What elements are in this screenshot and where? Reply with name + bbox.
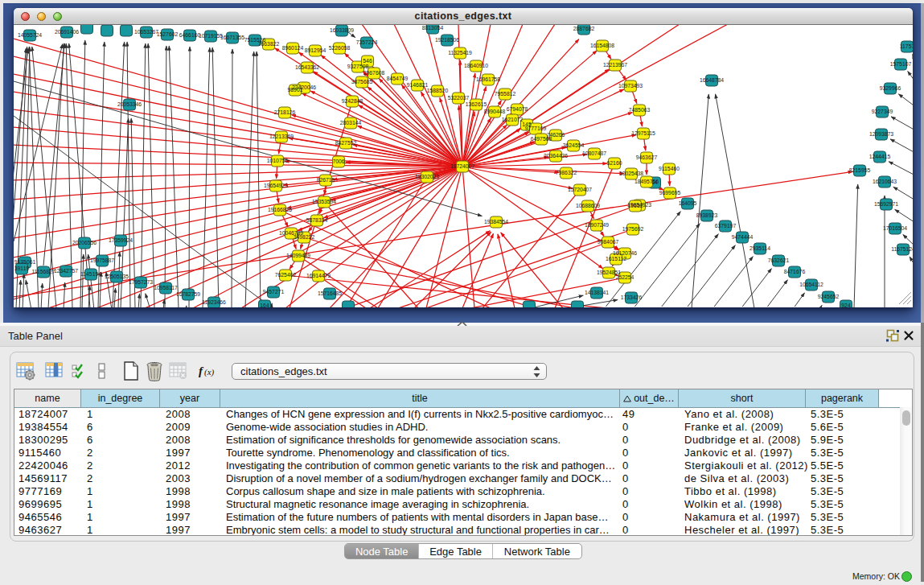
svg-text:10653267: 10653267 xyxy=(134,29,158,35)
svg-text:14138141: 14138141 xyxy=(585,290,609,295)
svg-text:62160: 62160 xyxy=(607,160,622,166)
svg-text:98901: 98901 xyxy=(288,87,303,93)
svg-text:8215955: 8215955 xyxy=(849,167,871,173)
svg-text:9329966: 9329966 xyxy=(880,85,901,91)
svg-text:9777169: 9777169 xyxy=(525,126,547,131)
svg-text:19654923: 19654923 xyxy=(264,183,288,188)
svg-text:9245652: 9245652 xyxy=(818,294,840,299)
svg-text:11757: 11757 xyxy=(900,43,913,49)
svg-text:16210643: 16210643 xyxy=(873,179,897,184)
svg-text:16154808: 16154808 xyxy=(590,43,614,48)
svg-text:15716485: 15716485 xyxy=(318,290,342,296)
svg-text:18724007: 18724007 xyxy=(450,163,474,169)
svg-text:11325419: 11325419 xyxy=(448,50,472,56)
svg-text:7357224: 7357224 xyxy=(356,39,378,45)
svg-text:9699695: 9699695 xyxy=(659,190,681,196)
svg-text:16648784: 16648784 xyxy=(700,77,724,83)
svg-text:8912954: 8912954 xyxy=(305,47,326,53)
svg-text:924: 924 xyxy=(841,303,851,307)
svg-text:18302023: 18302023 xyxy=(415,174,439,179)
svg-text:19218506: 19218506 xyxy=(435,37,459,43)
svg-text:12213967: 12213967 xyxy=(603,62,627,68)
svg-text:1615112: 1615112 xyxy=(606,256,626,262)
svg-text:12505135: 12505135 xyxy=(105,274,129,279)
svg-text:12213369: 12213369 xyxy=(269,134,294,139)
svg-text:17359924: 17359924 xyxy=(109,237,133,243)
svg-text:1575107: 1575107 xyxy=(890,61,912,67)
svg-text:19652: 19652 xyxy=(628,203,643,208)
svg-text:7625402: 7625402 xyxy=(275,272,297,278)
svg-text:14099489: 14099489 xyxy=(286,253,310,258)
svg-text:18640910: 18640910 xyxy=(464,63,488,68)
svg-text:16914479: 16914479 xyxy=(306,273,331,278)
svg-text:(x): (x) xyxy=(204,367,215,377)
svg-text:9242848: 9242848 xyxy=(342,98,363,104)
svg-text:252254: 252254 xyxy=(616,274,634,280)
svg-text:8427552: 8427552 xyxy=(335,140,357,146)
svg-text:2935114: 2935114 xyxy=(749,245,770,251)
svg-text:15720407: 15720407 xyxy=(568,187,592,192)
svg-text:11156827: 11156827 xyxy=(31,269,55,274)
svg-text:11675124: 11675124 xyxy=(891,246,913,252)
svg-text:546: 546 xyxy=(363,58,372,64)
svg-text:17957273: 17957273 xyxy=(129,279,153,285)
svg-text:7955812: 7955812 xyxy=(495,91,516,97)
svg-text:1145194: 1145194 xyxy=(80,271,101,277)
svg-text:20206556: 20206556 xyxy=(72,240,97,245)
svg-text:3498222: 3498222 xyxy=(294,234,315,240)
svg-text:2967608: 2967608 xyxy=(363,70,385,76)
svg-text:18907249: 18907249 xyxy=(585,222,609,228)
svg-text:39119: 39119 xyxy=(14,266,30,271)
svg-text:8990448: 8990448 xyxy=(484,109,506,114)
svg-text:1733426: 1733426 xyxy=(621,295,643,300)
svg-text:12093873: 12093873 xyxy=(869,131,893,137)
svg-text:2887682: 2887682 xyxy=(573,26,595,31)
svg-text:2803144: 2803144 xyxy=(340,120,362,126)
svg-text:7663822: 7663822 xyxy=(258,41,280,47)
svg-text:14055724: 14055724 xyxy=(18,32,42,38)
svg-text:19975887: 19975887 xyxy=(90,257,114,263)
svg-text:3875685: 3875685 xyxy=(351,79,373,84)
svg-text:17016504: 17016504 xyxy=(883,225,907,231)
svg-text:1362615: 1362615 xyxy=(466,101,487,107)
svg-text:10025438: 10025438 xyxy=(619,171,643,176)
svg-text:9327508: 9327508 xyxy=(347,64,369,69)
svg-text:15353594: 15353594 xyxy=(312,199,336,204)
svg-text:16033809: 16033809 xyxy=(330,27,354,33)
svg-text:9084067: 9084067 xyxy=(598,239,619,245)
svg-text:10958117: 10958117 xyxy=(154,285,178,290)
svg-text:1621072: 1621072 xyxy=(502,117,524,122)
svg-text:10807487: 10807487 xyxy=(582,150,606,156)
svg-text:6794078: 6794078 xyxy=(507,106,528,112)
svg-text:9135061: 9135061 xyxy=(14,259,36,265)
svg-text:164095: 164095 xyxy=(679,200,697,206)
svg-text:10654112: 10654112 xyxy=(799,282,823,287)
svg-text:10688609: 10688609 xyxy=(576,203,600,208)
svg-text:1527602: 1527602 xyxy=(157,31,179,37)
svg-text:5878334: 5878334 xyxy=(306,217,328,223)
svg-text:16671355: 16671355 xyxy=(220,35,244,40)
svg-text:10973493: 10973493 xyxy=(618,83,643,89)
svg-text:11923466: 11923466 xyxy=(202,299,226,305)
svg-text:164: 164 xyxy=(260,303,269,307)
svg-text:18495756: 18495756 xyxy=(634,179,659,184)
svg-text:9115460: 9115460 xyxy=(659,166,680,171)
svg-text:9457271: 9457271 xyxy=(263,289,285,295)
svg-text:16120746: 16120746 xyxy=(613,250,637,256)
svg-text:8813054: 8813054 xyxy=(422,25,444,31)
svg-text:8454749: 8454749 xyxy=(387,76,409,81)
svg-text:7986322: 7986322 xyxy=(556,170,577,175)
svg-text:16782759: 16782759 xyxy=(176,291,200,297)
svg-text:6497568: 6497568 xyxy=(531,136,552,142)
svg-text:9227349: 9227349 xyxy=(872,109,893,114)
svg-text:19166825: 19166825 xyxy=(268,207,292,212)
svg-text:20691406: 20691406 xyxy=(55,29,79,35)
svg-text:7485063: 7485063 xyxy=(629,107,651,113)
svg-text:12342757: 12342757 xyxy=(54,268,78,274)
svg-text:7006: 7006 xyxy=(332,159,344,164)
svg-text:3624554: 3624554 xyxy=(563,142,585,148)
svg-text:826715: 826715 xyxy=(317,177,335,183)
svg-text:9146821: 9146821 xyxy=(407,82,429,88)
svg-text:12975115: 12975115 xyxy=(631,130,655,136)
svg-text:16961758: 16961758 xyxy=(476,76,500,82)
